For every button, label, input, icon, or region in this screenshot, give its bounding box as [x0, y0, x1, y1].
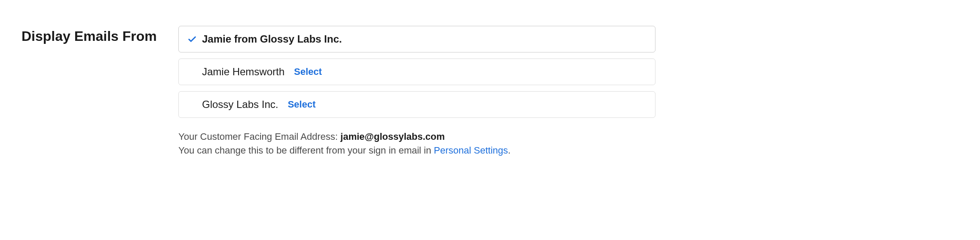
option-label: Jamie Hemsworth	[202, 66, 285, 78]
display-from-option-name[interactable]: Jamie Hemsworth Select	[178, 58, 655, 85]
select-button[interactable]: Select	[288, 99, 315, 110]
display-emails-from-section: Display Emails From Jamie from Glossy La…	[21, 26, 959, 157]
select-button[interactable]: Select	[294, 66, 322, 77]
option-label: Jamie from Glossy Labs Inc.	[202, 33, 342, 45]
display-from-option-combined[interactable]: Jamie from Glossy Labs Inc.	[178, 26, 655, 52]
footer-text: Your Customer Facing Email Address: jami…	[178, 130, 655, 157]
section-heading: Display Emails From	[21, 26, 178, 44]
check-slot	[187, 34, 202, 44]
change-hint-before: You can change this to be different from…	[178, 145, 434, 156]
customer-email-value: jamie@glossylabs.com	[340, 131, 445, 142]
change-hint-line: You can change this to be different from…	[178, 144, 655, 157]
check-icon	[187, 34, 197, 44]
options-column: Jamie from Glossy Labs Inc. Jamie Hemswo…	[178, 26, 655, 157]
email-prefix: Your Customer Facing Email Address:	[178, 131, 340, 142]
change-hint-after: .	[508, 145, 511, 156]
option-label: Glossy Labs Inc.	[202, 98, 278, 111]
personal-settings-link[interactable]: Personal Settings	[434, 145, 508, 156]
display-from-option-company[interactable]: Glossy Labs Inc. Select	[178, 91, 655, 118]
customer-email-line: Your Customer Facing Email Address: jami…	[178, 130, 655, 144]
